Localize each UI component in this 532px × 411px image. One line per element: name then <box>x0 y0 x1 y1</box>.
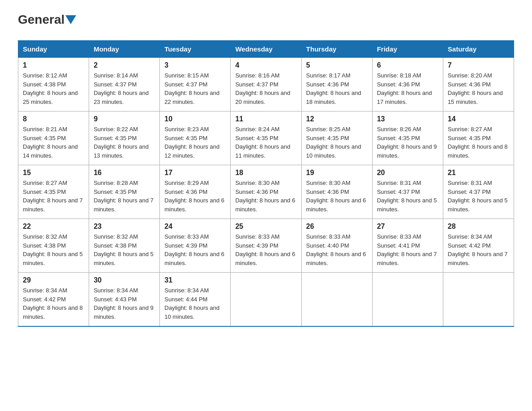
calendar-week-5: 29 Sunrise: 8:34 AMSunset: 4:42 PMDaylig… <box>18 273 514 326</box>
logo: General <box>18 13 77 27</box>
calendar-cell: 20 Sunrise: 8:31 AMSunset: 4:37 PMDaylig… <box>372 165 443 219</box>
day-number: 18 <box>235 169 296 177</box>
day-info: Sunrise: 8:16 AMSunset: 4:37 PMDaylight:… <box>235 71 296 106</box>
day-number: 20 <box>377 169 438 177</box>
day-number: 22 <box>23 223 84 231</box>
calendar-table: Sunday Monday Tuesday Wednesday Thursday… <box>18 40 514 327</box>
day-number: 17 <box>164 169 226 177</box>
day-info: Sunrise: 8:33 AMSunset: 4:40 PMDaylight:… <box>306 232 368 267</box>
day-number: 23 <box>94 223 155 231</box>
day-number: 19 <box>306 169 368 177</box>
calendar-cell: 22 Sunrise: 8:32 AMSunset: 4:38 PMDaylig… <box>18 219 89 273</box>
day-number: 3 <box>164 61 226 69</box>
calendar-cell: 6 Sunrise: 8:18 AMSunset: 4:36 PMDayligh… <box>372 58 443 111</box>
day-info: Sunrise: 8:34 AMSunset: 4:42 PMDaylight:… <box>23 286 84 321</box>
day-number: 30 <box>94 276 155 284</box>
col-tuesday: Tuesday <box>160 41 231 58</box>
day-info: Sunrise: 8:17 AMSunset: 4:36 PMDaylight:… <box>306 71 368 106</box>
day-info: Sunrise: 8:31 AMSunset: 4:37 PMDaylight:… <box>377 179 438 214</box>
calendar-cell: 8 Sunrise: 8:21 AMSunset: 4:35 PMDayligh… <box>18 111 89 165</box>
day-info: Sunrise: 8:15 AMSunset: 4:37 PMDaylight:… <box>164 71 226 106</box>
col-friday: Friday <box>372 41 443 58</box>
day-number: 27 <box>377 223 438 231</box>
calendar-cell: 3 Sunrise: 8:15 AMSunset: 4:37 PMDayligh… <box>160 58 231 111</box>
calendar-week-4: 22 Sunrise: 8:32 AMSunset: 4:38 PMDaylig… <box>18 219 514 273</box>
calendar-cell: 4 Sunrise: 8:16 AMSunset: 4:37 PMDayligh… <box>231 58 301 111</box>
day-number: 5 <box>306 61 368 69</box>
calendar-cell <box>372 273 443 326</box>
day-info: Sunrise: 8:29 AMSunset: 4:36 PMDaylight:… <box>164 179 226 214</box>
logo-general-text: General <box>18 13 64 26</box>
day-info: Sunrise: 8:28 AMSunset: 4:35 PMDaylight:… <box>94 179 155 214</box>
day-number: 28 <box>448 223 509 231</box>
day-info: Sunrise: 8:33 AMSunset: 4:39 PMDaylight:… <box>235 232 296 267</box>
day-info: Sunrise: 8:33 AMSunset: 4:39 PMDaylight:… <box>164 232 226 267</box>
calendar-cell: 17 Sunrise: 8:29 AMSunset: 4:36 PMDaylig… <box>160 165 231 219</box>
col-saturday: Saturday <box>443 41 514 58</box>
day-number: 2 <box>94 61 155 69</box>
day-info: Sunrise: 8:12 AMSunset: 4:38 PMDaylight:… <box>23 71 84 106</box>
day-info: Sunrise: 8:32 AMSunset: 4:38 PMDaylight:… <box>94 232 155 267</box>
calendar-cell: 14 Sunrise: 8:27 AMSunset: 4:35 PMDaylig… <box>443 111 514 165</box>
day-number: 12 <box>306 115 368 123</box>
calendar-cell: 9 Sunrise: 8:22 AMSunset: 4:35 PMDayligh… <box>89 111 160 165</box>
calendar-cell: 25 Sunrise: 8:33 AMSunset: 4:39 PMDaylig… <box>231 219 301 273</box>
calendar-cell: 16 Sunrise: 8:28 AMSunset: 4:35 PMDaylig… <box>89 165 160 219</box>
day-info: Sunrise: 8:20 AMSunset: 4:36 PMDaylight:… <box>448 71 509 106</box>
day-info: Sunrise: 8:14 AMSunset: 4:37 PMDaylight:… <box>94 71 155 106</box>
day-info: Sunrise: 8:32 AMSunset: 4:38 PMDaylight:… <box>23 232 84 267</box>
calendar-cell: 26 Sunrise: 8:33 AMSunset: 4:40 PMDaylig… <box>301 219 372 273</box>
day-number: 11 <box>235 115 296 123</box>
day-info: Sunrise: 8:34 AMSunset: 4:42 PMDaylight:… <box>448 232 509 267</box>
day-number: 10 <box>164 115 226 123</box>
day-info: Sunrise: 8:18 AMSunset: 4:36 PMDaylight:… <box>377 71 438 106</box>
day-info: Sunrise: 8:25 AMSunset: 4:35 PMDaylight:… <box>306 125 368 160</box>
day-number: 29 <box>23 276 84 284</box>
calendar-cell: 11 Sunrise: 8:24 AMSunset: 4:35 PMDaylig… <box>231 111 301 165</box>
logo-triangle-icon <box>65 15 76 24</box>
calendar-week-1: 1 Sunrise: 8:12 AMSunset: 4:38 PMDayligh… <box>18 58 514 111</box>
col-wednesday: Wednesday <box>231 41 301 58</box>
day-number: 25 <box>235 223 296 231</box>
day-info: Sunrise: 8:31 AMSunset: 4:37 PMDaylight:… <box>448 179 509 214</box>
day-info: Sunrise: 8:33 AMSunset: 4:41 PMDaylight:… <box>377 232 438 267</box>
day-info: Sunrise: 8:30 AMSunset: 4:36 PMDaylight:… <box>306 179 368 214</box>
day-number: 15 <box>23 169 84 177</box>
calendar-cell: 24 Sunrise: 8:33 AMSunset: 4:39 PMDaylig… <box>160 219 231 273</box>
day-info: Sunrise: 8:23 AMSunset: 4:35 PMDaylight:… <box>164 125 226 160</box>
day-number: 7 <box>448 61 509 69</box>
day-number: 8 <box>23 115 84 123</box>
day-number: 16 <box>94 169 155 177</box>
calendar-cell: 19 Sunrise: 8:30 AMSunset: 4:36 PMDaylig… <box>301 165 372 219</box>
calendar-header-row: Sunday Monday Tuesday Wednesday Thursday… <box>18 41 514 58</box>
day-info: Sunrise: 8:27 AMSunset: 4:35 PMDaylight:… <box>23 179 84 214</box>
calendar-cell: 15 Sunrise: 8:27 AMSunset: 4:35 PMDaylig… <box>18 165 89 219</box>
day-number: 24 <box>164 223 226 231</box>
calendar-week-2: 8 Sunrise: 8:21 AMSunset: 4:35 PMDayligh… <box>18 111 514 165</box>
calendar-cell: 1 Sunrise: 8:12 AMSunset: 4:38 PMDayligh… <box>18 58 89 111</box>
day-info: Sunrise: 8:26 AMSunset: 4:35 PMDaylight:… <box>377 125 438 160</box>
calendar-cell: 21 Sunrise: 8:31 AMSunset: 4:37 PMDaylig… <box>443 165 514 219</box>
day-number: 14 <box>448 115 509 123</box>
day-number: 26 <box>306 223 368 231</box>
day-info: Sunrise: 8:24 AMSunset: 4:35 PMDaylight:… <box>235 125 296 160</box>
calendar-cell: 13 Sunrise: 8:26 AMSunset: 4:35 PMDaylig… <box>372 111 443 165</box>
day-number: 1 <box>23 61 84 69</box>
day-info: Sunrise: 8:22 AMSunset: 4:35 PMDaylight:… <box>94 125 155 160</box>
calendar-cell: 7 Sunrise: 8:20 AMSunset: 4:36 PMDayligh… <box>443 58 514 111</box>
calendar-cell: 31 Sunrise: 8:34 AMSunset: 4:44 PMDaylig… <box>160 273 231 326</box>
calendar-cell: 18 Sunrise: 8:30 AMSunset: 4:36 PMDaylig… <box>231 165 301 219</box>
day-number: 31 <box>164 276 226 284</box>
day-info: Sunrise: 8:27 AMSunset: 4:35 PMDaylight:… <box>448 125 509 160</box>
calendar-cell: 12 Sunrise: 8:25 AMSunset: 4:35 PMDaylig… <box>301 111 372 165</box>
calendar-cell: 23 Sunrise: 8:32 AMSunset: 4:38 PMDaylig… <box>89 219 160 273</box>
day-number: 9 <box>94 115 155 123</box>
calendar-cell <box>301 273 372 326</box>
day-info: Sunrise: 8:34 AMSunset: 4:44 PMDaylight:… <box>164 286 226 321</box>
day-number: 13 <box>377 115 438 123</box>
calendar-cell: 30 Sunrise: 8:34 AMSunset: 4:43 PMDaylig… <box>89 273 160 326</box>
day-number: 21 <box>448 169 509 177</box>
day-number: 4 <box>235 61 296 69</box>
col-sunday: Sunday <box>18 41 89 58</box>
calendar-cell <box>231 273 301 326</box>
